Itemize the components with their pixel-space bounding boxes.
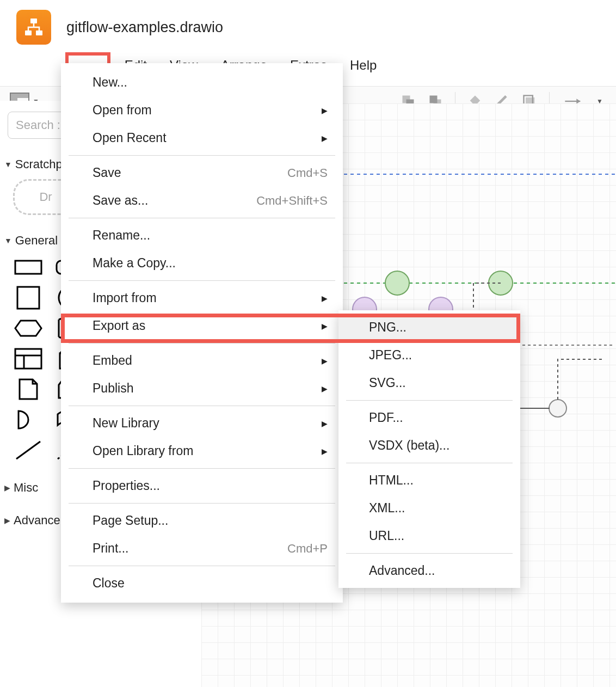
- section-general-label: General: [15, 234, 58, 248]
- menu-publish[interactable]: Publish▶: [61, 375, 343, 402]
- svg-rect-1: [25, 30, 32, 35]
- menu-separator: [69, 406, 335, 406]
- title-bar: gitflow-examples.drawio: [0, 0, 616, 45]
- export-html[interactable]: HTML...: [338, 467, 520, 494]
- menu-separator: [346, 463, 513, 463]
- menu-open-from[interactable]: Open from▶: [61, 96, 343, 124]
- menu-separator: [69, 343, 335, 344]
- submenu-arrow-icon: ▶: [322, 294, 328, 303]
- menu-embed[interactable]: Embed▶: [61, 347, 343, 375]
- svg-rect-20: [15, 261, 41, 274]
- submenu-arrow-icon: ▶: [322, 134, 328, 143]
- chevron-right-icon: ▶: [4, 483, 10, 492]
- svg-rect-24: [15, 349, 41, 369]
- export-jpeg[interactable]: JPEG...: [338, 341, 520, 369]
- shape-rect[interactable]: [13, 255, 44, 279]
- document-title: gitflow-examples.drawio: [66, 19, 223, 36]
- search-placeholder: Search :: [16, 118, 60, 132]
- shortcut-label: Cmd+P: [287, 542, 328, 556]
- chevron-down-icon: ▼: [4, 236, 12, 245]
- menu-separator: [69, 155, 335, 156]
- menu-separator: [69, 503, 335, 504]
- menu-close[interactable]: Close: [61, 569, 343, 597]
- submenu-arrow-icon: ▶: [322, 447, 328, 456]
- menu-page-setup[interactable]: Page Setup...: [61, 507, 343, 535]
- submenu-arrow-icon: ▶: [322, 419, 328, 428]
- shape-square[interactable]: [13, 286, 44, 310]
- export-submenu: PNG... JPEG... SVG... PDF... VSDX (beta)…: [338, 310, 520, 588]
- svg-rect-0: [30, 19, 37, 23]
- menu-new-library[interactable]: New Library▶: [61, 409, 343, 437]
- section-scratchpad-label: Scratchp: [15, 157, 63, 171]
- app-logo: [16, 10, 51, 45]
- export-xml[interactable]: XML...: [338, 494, 520, 522]
- menu-properties[interactable]: Properties...: [61, 472, 343, 500]
- svg-line-27: [16, 441, 40, 459]
- shape-halfcircle[interactable]: [13, 408, 44, 432]
- export-pdf[interactable]: PDF...: [338, 404, 520, 432]
- shape-line[interactable]: [13, 438, 44, 462]
- export-url[interactable]: URL...: [338, 522, 520, 550]
- menu-print[interactable]: Print...Cmd+P: [61, 535, 343, 562]
- menu-save[interactable]: SaveCmd+S: [61, 159, 343, 187]
- menu-new[interactable]: New...: [61, 69, 343, 96]
- shape-hexagon[interactable]: [13, 316, 44, 340]
- menu-import-from[interactable]: Import from▶: [61, 284, 343, 312]
- section-advanced-label: Advance: [14, 513, 60, 527]
- submenu-arrow-icon: ▶: [322, 384, 328, 393]
- export-vsdx[interactable]: VSDX (beta)...: [338, 432, 520, 459]
- menu-separator: [69, 218, 335, 218]
- menu-help[interactable]: Help: [341, 52, 385, 86]
- menu-separator: [69, 280, 335, 281]
- menu-rename[interactable]: Rename...: [61, 222, 343, 249]
- shape-page[interactable]: [13, 377, 44, 401]
- submenu-arrow-icon: ▶: [322, 357, 328, 365]
- menu-save-as[interactable]: Save as...Cmd+Shift+S: [61, 187, 343, 214]
- chevron-down-icon: ▼: [4, 160, 12, 169]
- scratchpad-drop-label: Dr: [39, 190, 52, 204]
- menu-export-as[interactable]: Export as▶: [61, 312, 343, 340]
- shortcut-label: Cmd+Shift+S: [256, 194, 328, 208]
- svg-rect-22: [17, 287, 39, 309]
- export-png[interactable]: PNG...: [338, 314, 520, 341]
- menu-open-library-from[interactable]: Open Library from▶: [61, 437, 343, 465]
- export-svg[interactable]: SVG...: [338, 369, 520, 397]
- submenu-arrow-icon: ▶: [322, 322, 328, 330]
- export-advanced[interactable]: Advanced...: [338, 557, 520, 585]
- section-misc-label: Misc: [14, 481, 38, 495]
- chevron-right-icon: ▶: [4, 516, 10, 525]
- shape-table[interactable]: [13, 347, 44, 371]
- menu-open-recent[interactable]: Open Recent▶: [61, 124, 343, 152]
- svg-rect-2: [36, 30, 42, 35]
- file-menu-dropdown: New... Open from▶ Open Recent▶ SaveCmd+S…: [61, 63, 343, 603]
- menu-separator: [346, 400, 513, 401]
- svg-point-13: [385, 271, 409, 295]
- svg-rect-6: [430, 96, 438, 103]
- menu-make-copy[interactable]: Make a Copy...: [61, 249, 343, 277]
- svg-point-17: [549, 400, 566, 417]
- menu-separator: [346, 553, 513, 554]
- menu-separator: [69, 566, 335, 566]
- menu-separator: [69, 468, 335, 469]
- shortcut-label: Cmd+S: [287, 166, 328, 180]
- submenu-arrow-icon: ▶: [322, 106, 328, 115]
